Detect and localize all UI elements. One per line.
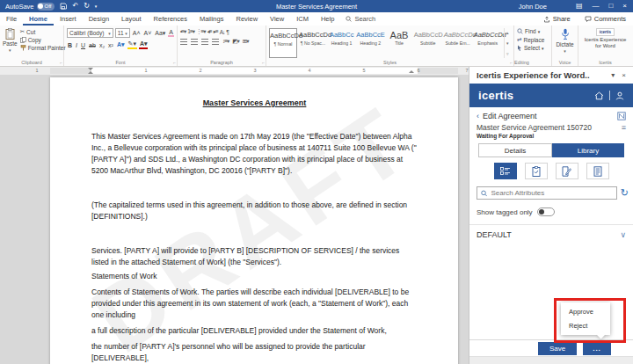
document-paragraph[interactable]: This Master Services Agreement is made o… — [91, 131, 418, 177]
document-body[interactable]: Master Services Agreement This Master Se… — [50, 77, 458, 364]
replace-button[interactable]: ⇄Replace — [517, 36, 549, 43]
multilevel-list-button[interactable]: ⋮≡▾ — [196, 28, 206, 35]
search-attributes-input[interactable] — [491, 189, 612, 197]
refresh-icon[interactable]: ↻ — [621, 188, 629, 198]
select-button[interactable]: Select▾ — [517, 45, 549, 51]
strikethrough-button[interactable]: ab — [88, 42, 97, 48]
dictate-icon[interactable] — [561, 28, 570, 40]
panel-options-caret-icon[interactable]: ▾ — [611, 71, 615, 79]
highlight-color-button[interactable]: ✎▾ — [127, 40, 137, 49]
styles-dialog-launcher-icon[interactable]: ⌐ — [510, 60, 513, 65]
change-case-button[interactable]: Aa▾ — [154, 30, 166, 37]
align-center-button[interactable] — [191, 39, 198, 45]
more-actions-button[interactable]: ... — [583, 342, 611, 355]
paste-button[interactable]: Paste ▾ — [3, 28, 18, 58]
edit-document-view-button[interactable] — [556, 163, 578, 179]
subscript-button[interactable]: x₂ — [98, 42, 106, 48]
align-left-button[interactable] — [180, 39, 187, 45]
sort-button[interactable]: A↓ — [220, 29, 225, 35]
compare-document-icon[interactable] — [617, 112, 626, 120]
tab-design[interactable]: Design — [83, 12, 115, 25]
dictate-label[interactable]: Dictate — [556, 41, 573, 47]
document-paragraph[interactable]: (The capitalized terms used in this agre… — [91, 200, 418, 222]
find-button[interactable]: Find▾ — [517, 28, 549, 34]
bullets-button[interactable]: •≡▾ — [180, 28, 186, 35]
tab-mailings[interactable]: Mailings — [193, 12, 230, 25]
tab-layout[interactable]: Layout — [115, 12, 148, 25]
increase-indent-button[interactable]: ▸≡ — [214, 28, 218, 35]
style-no-spacing[interactable]: AaBbCcDd¶ No Spac... — [299, 28, 327, 58]
decrease-indent-button[interactable]: ◂≡ — [207, 28, 212, 35]
document-title[interactable]: Master Services Agreement — [91, 98, 418, 107]
document-page[interactable]: DRAFT Master Services Agreement This Mas… — [50, 77, 458, 364]
tab-references[interactable]: References — [148, 12, 193, 25]
paragraph-dialog-launcher-icon[interactable]: ⌐ — [262, 60, 265, 65]
reject-menu-item[interactable]: Reject — [561, 318, 610, 332]
underline-button[interactable]: U — [80, 42, 86, 48]
font-size-select[interactable]: 11▾ — [115, 28, 130, 38]
tab-library[interactable]: Library — [552, 143, 624, 157]
bold-button[interactable]: B — [67, 42, 73, 48]
panel-close-icon[interactable]: × — [622, 71, 626, 79]
style-subtle-emphasis[interactable]: AaBbCcDdSubtle Em... — [444, 28, 472, 58]
cut-button[interactable]: ✂Cut — [20, 28, 66, 35]
tab-review[interactable]: Review — [229, 12, 264, 25]
approve-menu-item[interactable]: Approve — [561, 304, 610, 318]
clipboard-view-button[interactable] — [525, 163, 548, 179]
ribbon-display-options-icon[interactable]: ▤ — [576, 3, 583, 10]
font-dialog-launcher-icon[interactable]: ⌐ — [173, 60, 176, 65]
styles-scroll-down-icon[interactable]: ▾ — [506, 40, 509, 46]
hanging-indent-marker[interactable] — [88, 71, 93, 74]
font-color-button[interactable]: A▾ — [139, 40, 149, 49]
default-section-header[interactable]: DEFAULT ∨ — [469, 224, 633, 244]
styles-gallery-scrollbar[interactable]: ▴▾▿ — [504, 28, 511, 58]
agreement-menu-icon[interactable]: ≡ — [622, 123, 626, 132]
clipboard-dialog-launcher-icon[interactable]: ⌐ — [60, 60, 62, 65]
style-heading-1[interactable]: AaBbCcHeading 1 — [329, 28, 354, 58]
style-title[interactable]: AaBTitle — [386, 28, 411, 58]
document-paragraph[interactable]: Services. [PARTY A] will provide to [PAR… — [91, 245, 418, 268]
show-tagged-only-toggle[interactable] — [537, 207, 555, 216]
styles-scroll-up-icon[interactable]: ▴ — [506, 30, 509, 35]
tab-home[interactable]: Home — [23, 12, 54, 25]
attributes-view-button[interactable] — [494, 163, 517, 179]
borders-button[interactable]: ⊞▾ — [243, 38, 249, 45]
align-right-button[interactable] — [201, 39, 208, 45]
line-spacing-button[interactable]: ↕≡▾ — [222, 38, 229, 45]
close-icon[interactable]: × — [622, 3, 627, 10]
style-subtitle[interactable]: AaBbCcDSubtitle — [414, 28, 442, 58]
save-icon[interactable] — [60, 3, 67, 10]
customize-quick-access-icon[interactable]: ▾ — [95, 4, 98, 9]
tab-icm[interactable]: ICM — [290, 12, 315, 25]
document-paragraph[interactable]: a full description of the particular [DE… — [91, 325, 418, 337]
back-chevron-icon[interactable]: ‹ — [477, 112, 479, 120]
icertis-experience-button[interactable]: Icertis Experience for Word — [581, 37, 629, 49]
redo-icon[interactable]: ↻ — [84, 3, 90, 10]
right-indent-marker[interactable] — [409, 70, 414, 73]
style-emphasis[interactable]: AaBbCcDdEmphasis — [474, 28, 502, 58]
show-paragraph-marks-button[interactable]: ¶ — [226, 29, 229, 35]
styles-more-icon[interactable]: ▿ — [506, 51, 509, 56]
tab-help[interactable]: Help — [315, 12, 340, 25]
style-normal[interactable]: AaBbCcDd¶ Normal — [269, 28, 297, 58]
edit-agreement-label[interactable]: Edit Agreement — [483, 112, 537, 120]
document-paragraph[interactable]: the number of [PARTY A]'s personnel who … — [91, 341, 418, 364]
tell-me-search[interactable]: Search — [346, 15, 375, 23]
autosave-pill[interactable]: Off — [37, 3, 55, 11]
search-attributes-box[interactable] — [477, 186, 617, 200]
tab-insert[interactable]: Insert — [54, 12, 83, 25]
first-line-indent-marker[interactable] — [88, 68, 93, 70]
undo-icon[interactable]: ↶ — [72, 3, 78, 10]
tab-details[interactable]: Details — [478, 143, 552, 157]
font-family-select[interactable]: Calibri (Body)▾ — [67, 28, 113, 38]
save-button[interactable]: Save — [538, 342, 577, 355]
tab-file[interactable]: File — [0, 12, 23, 25]
copy-button[interactable]: Copy — [20, 37, 66, 43]
share-button[interactable]: Share — [543, 15, 571, 23]
user-name[interactable]: John Doe — [519, 3, 547, 11]
comments-button[interactable]: Comments — [585, 15, 626, 23]
minimize-icon[interactable]: — — [592, 3, 599, 10]
superscript-button[interactable]: x² — [107, 42, 114, 48]
grow-font-button[interactable]: A˄ — [132, 30, 142, 36]
clauses-view-button[interactable] — [586, 163, 609, 179]
